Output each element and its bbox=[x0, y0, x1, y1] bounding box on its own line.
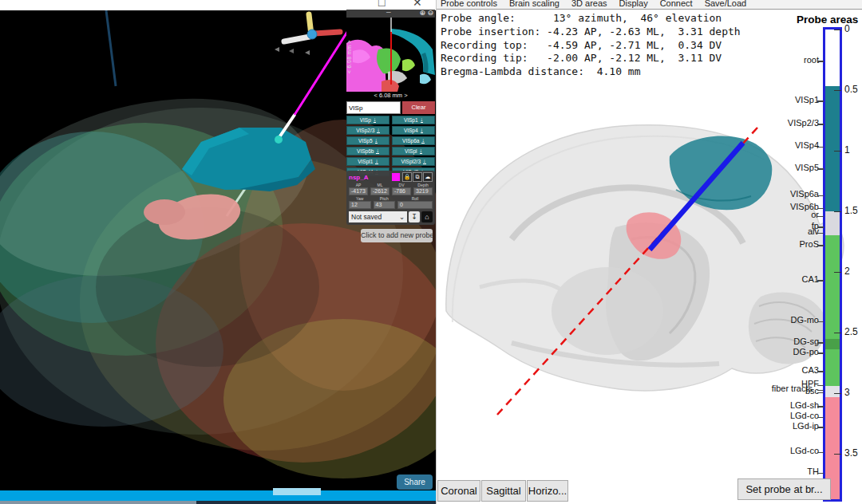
bar-segment bbox=[825, 235, 840, 338]
lock-icon[interactable]: 🔒 bbox=[402, 172, 412, 182]
probe-color-swatch[interactable] bbox=[392, 173, 400, 181]
area-button-visp5[interactable]: VISp5↓ bbox=[346, 136, 389, 145]
left-3d-pane: □ ✕ bbox=[0, 0, 436, 504]
close-icon[interactable]: ✕ bbox=[413, 0, 422, 9]
app-window: □ ✕ bbox=[0, 0, 862, 504]
add-probe-button[interactable]: Click to add new probe bbox=[361, 229, 433, 242]
zoom-out-icon[interactable]: ⊖ bbox=[427, 9, 433, 17]
coronal-slice-thumbnail[interactable] bbox=[346, 18, 435, 92]
taskbar[interactable] bbox=[0, 490, 436, 501]
field-value-roll[interactable]: 0 bbox=[397, 201, 433, 209]
area-button-label: VISp5 bbox=[358, 138, 373, 144]
save-state-value: Not saved bbox=[351, 211, 399, 222]
field-value-ap[interactable]: -4173 bbox=[349, 187, 368, 195]
region-label-dg-mo: DG-mo bbox=[791, 315, 819, 325]
save-state-dropdown[interactable]: Not saved ⌄ bbox=[349, 211, 407, 222]
region-tick bbox=[817, 473, 824, 474]
area-button-visp6a[interactable]: VISp6a↓ bbox=[392, 136, 435, 145]
region-label-lgd-co: LGd-co bbox=[790, 411, 819, 420]
field-value-ml[interactable]: -2612 bbox=[370, 187, 389, 195]
depth-tick-label: 1 bbox=[844, 144, 850, 156]
region-tick bbox=[817, 226, 824, 228]
download-icon: ↓ bbox=[421, 117, 424, 123]
field-value-pitch[interactable]: 43 bbox=[374, 201, 396, 209]
collapse-dash-icon[interactable]: – bbox=[386, 7, 391, 16]
field-value-dv[interactable]: -786 bbox=[392, 187, 411, 195]
region-tick bbox=[817, 452, 824, 454]
clear-search-button[interactable]: Clear bbox=[402, 101, 435, 114]
region-label-or: or bbox=[811, 210, 819, 219]
area-button-visp[interactable]: VISp↓ bbox=[346, 116, 389, 124]
area-button-vispl[interactable]: VISpl↓ bbox=[392, 147, 435, 156]
bar-segment bbox=[825, 211, 840, 235]
region-tick bbox=[817, 385, 824, 387]
area-button-vispl2-3[interactable]: VISpl2/3↓ bbox=[392, 157, 435, 166]
region-tick bbox=[817, 406, 824, 408]
region-tick bbox=[817, 233, 824, 234]
area-button-vispl1[interactable]: VISpl1↓ bbox=[346, 157, 389, 166]
field-value-yaw[interactable]: 12 bbox=[349, 201, 371, 209]
area-button-visp1[interactable]: VISp1↓ bbox=[392, 116, 435, 124]
area-button-label: VISpl2/3 bbox=[401, 159, 421, 164]
taskbar-tooltip-box bbox=[273, 488, 321, 495]
area-button-grid: VISp↓VISp1↓VISp2/3↓VISp4↓VISp5↓VISp6a↓VI… bbox=[346, 116, 435, 176]
depth-tick bbox=[834, 454, 841, 455]
area-button-label: VISp bbox=[360, 117, 371, 123]
maximize-icon[interactable]: □ bbox=[378, 0, 385, 9]
area-button-visp2-3[interactable]: VISp2/3↓ bbox=[346, 126, 389, 135]
region-tick bbox=[817, 168, 824, 170]
share-button[interactable]: Share bbox=[397, 474, 433, 490]
field-value-depth[interactable]: 3219 bbox=[413, 187, 433, 195]
probe-settings-panel: nsp_A 🔒 ⧉ ☁ AP-4173ML-2612DV-786Depth321… bbox=[346, 171, 435, 225]
depth-tick bbox=[834, 333, 841, 334]
taskbar-edge-left bbox=[0, 501, 196, 504]
view-button-horizo-[interactable]: Horizo... bbox=[527, 480, 568, 502]
depth-tick bbox=[834, 272, 841, 274]
probe-name-label: nsp_A bbox=[349, 174, 392, 181]
region-label-visp1: VISp1 bbox=[795, 95, 819, 104]
region-label-pros: ProS bbox=[800, 239, 819, 249]
region-label-th: TH bbox=[807, 467, 819, 476]
view-button-sagittal[interactable]: Sagittal bbox=[481, 480, 526, 502]
lgd-3d-blob-small bbox=[144, 199, 185, 225]
depth-tick bbox=[834, 90, 841, 92]
chevron-down-icon: ⌄ bbox=[399, 211, 405, 222]
area-search-input[interactable] bbox=[346, 101, 401, 114]
probe-coordinate-fields: AP-4173ML-2612DV-786Depth3219 bbox=[349, 183, 433, 195]
region-tick bbox=[817, 352, 824, 354]
view-button-coronal[interactable]: Coronal bbox=[437, 480, 480, 502]
area-button-visp4[interactable]: VISp4↓ bbox=[392, 126, 435, 135]
region-tick bbox=[817, 61, 824, 62]
duplicate-icon[interactable]: ⧉ bbox=[413, 172, 422, 182]
region-label-bsc: bsc bbox=[805, 386, 819, 396]
set-probe-at-bregma-button[interactable]: Set probe at br... bbox=[737, 478, 831, 500]
region-label-lgd-sh: LGd-sh bbox=[790, 400, 819, 410]
depth-tick-label: 3.5 bbox=[844, 447, 858, 459]
region-tick bbox=[817, 147, 824, 148]
area-button-label: VISp6b bbox=[357, 148, 374, 154]
zoom-in-icon[interactable]: ⊕ bbox=[419, 9, 425, 17]
home-icon[interactable]: ⌂ bbox=[421, 211, 433, 222]
right-planner-pane: Probe controlsBrain scaling3D areasDispl… bbox=[436, 0, 862, 504]
region-tick bbox=[817, 392, 824, 394]
depth-tick-label: 0.5 bbox=[844, 84, 858, 95]
cloud-icon[interactable]: ☁ bbox=[423, 172, 433, 182]
region-tick bbox=[817, 280, 824, 282]
area-button-label: VISp1 bbox=[404, 117, 418, 123]
probe-entry-sphere bbox=[275, 136, 283, 144]
save-icon[interactable]: ↧ bbox=[409, 211, 420, 222]
area-button-label: VISp2/3 bbox=[356, 128, 374, 133]
probe-areas-bar bbox=[823, 27, 842, 502]
region-tick bbox=[817, 427, 824, 428]
bar-segment bbox=[825, 339, 840, 350]
region-tick bbox=[817, 195, 824, 197]
depth-tick bbox=[834, 211, 841, 213]
bar-segment bbox=[825, 86, 840, 211]
area-button-visp6b[interactable]: VISp6b↓ bbox=[346, 147, 389, 156]
download-icon: ↓ bbox=[421, 128, 424, 133]
download-icon: ↓ bbox=[375, 159, 378, 164]
download-icon: ↓ bbox=[421, 138, 425, 144]
slice-scale-left: < 6.08 mm > bbox=[346, 40, 352, 73]
atlas-panel-titlebar[interactable]: – ⊕ ⊖ bbox=[346, 10, 435, 18]
depth-tick-label: 2.5 bbox=[844, 326, 858, 337]
